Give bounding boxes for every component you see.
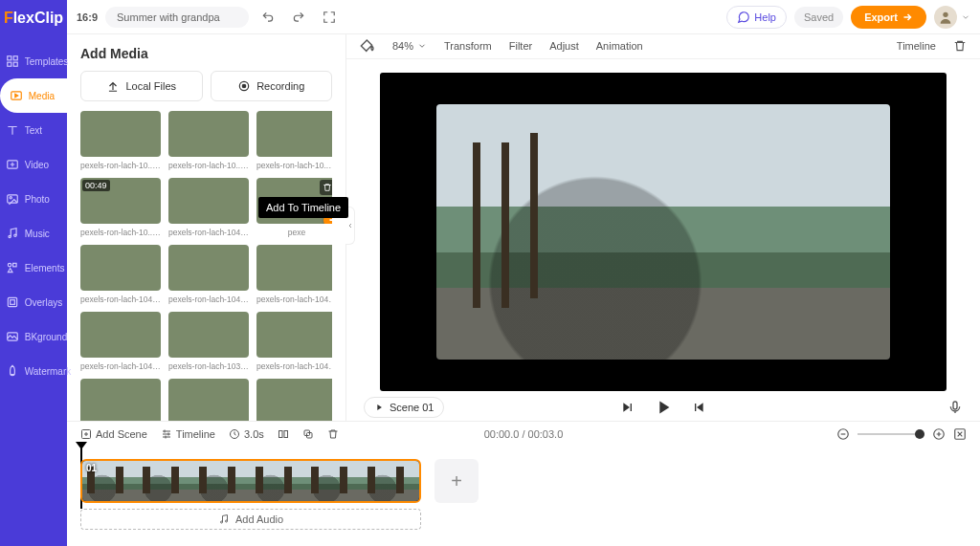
media-thumb-image	[256, 245, 332, 291]
sidebar-item-music[interactable]: Music	[0, 216, 71, 251]
sidebar-item-templates[interactable]: Templates	[0, 44, 71, 78]
prev-scene-button[interactable]	[620, 400, 635, 415]
media-thumb-image	[256, 111, 332, 157]
sidebar-item-overlays[interactable]: Overlays	[0, 285, 71, 319]
animation-tool[interactable]: Animation	[596, 40, 643, 52]
sidebar-item-watermark[interactable]: Watermark	[0, 354, 71, 388]
media-thumb[interactable]: pexels-ron-lach-104...7.jpg	[80, 312, 161, 371]
delete-media-button[interactable]	[320, 180, 332, 195]
sidebar-item-photo[interactable]: Photo	[0, 182, 71, 216]
zoom-out-button[interactable]	[836, 427, 850, 441]
media-thumb[interactable]: pexels-ron-lach-104...9.jpg	[168, 245, 249, 304]
play-button[interactable]	[653, 397, 674, 418]
brand-letter-f: F	[4, 10, 13, 26]
media-thumb[interactable]: pexels-ron-lach-10...8.mov	[168, 111, 249, 170]
help-label: Help	[754, 11, 776, 23]
svg-rect-18	[953, 402, 957, 409]
photo-icon	[6, 192, 19, 206]
media-thumb[interactable]: pexels-ron-lach-104...4.jpg	[256, 312, 332, 371]
templates-icon	[6, 55, 19, 68]
media-thumb[interactable]	[256, 379, 332, 421]
media-thumb[interactable]: pexels-ron-lach-103...7.jpg	[168, 312, 249, 371]
sidebar-item-bkground[interactable]: BKground	[0, 319, 71, 354]
clip-frame	[363, 461, 419, 501]
media-thumb-image: 00:49	[80, 178, 161, 224]
local-files-button[interactable]: Local Files	[80, 71, 203, 101]
media-thumb[interactable]: pexels-ron-lach-10...4.mov	[256, 111, 332, 170]
clip-frame	[251, 461, 307, 501]
fullscreen-icon[interactable]	[318, 6, 341, 29]
media-thumb[interactable]	[80, 379, 161, 421]
scene-selector[interactable]: Scene 01	[364, 397, 444, 418]
media-thumb[interactable]: pexels-ron-lach-104...0.jpg	[80, 245, 161, 304]
svg-point-15	[943, 11, 947, 16]
preview-image	[436, 104, 890, 359]
add-scene-tile[interactable]: +	[434, 459, 479, 503]
timeline-tool[interactable]: Timeline	[897, 40, 936, 52]
delete-clip-button[interactable]	[953, 39, 967, 53]
canvas-zoom[interactable]: 84%	[392, 40, 427, 52]
video-icon	[6, 158, 19, 171]
add-scene-button[interactable]: Add Scene	[80, 428, 147, 440]
project-title-input[interactable]	[105, 7, 249, 28]
brand-letter-right: Clip	[34, 10, 63, 26]
sidebar-item-label: BKground	[25, 332, 67, 342]
help-button[interactable]: Help	[726, 6, 787, 29]
sidebar-item-label: Elements	[25, 263, 65, 273]
media-thumb[interactable]: 00:49pexels-ron-lach-10...7.mov	[80, 178, 161, 237]
sidebar-item-text[interactable]: Text	[0, 113, 71, 147]
chat-icon	[737, 11, 750, 24]
media-thumb-label: pexels-ron-lach-104...4.jpg	[256, 361, 332, 371]
zoom-slider-thumb[interactable]	[915, 429, 924, 439]
preview-area: 84% Transform Filter Adjust Animation Ti…	[346, 34, 980, 421]
svg-point-9	[13, 234, 15, 236]
svg-point-7	[10, 197, 11, 199]
clock-icon	[229, 428, 240, 440]
preview-canvas[interactable]	[380, 73, 947, 391]
voiceover-button[interactable]	[947, 400, 963, 415]
next-scene-button[interactable]	[691, 400, 706, 415]
sidebar-item-video[interactable]: Video	[0, 147, 71, 182]
media-grid: pexels-ron-lach-10...3.movpexels-ron-lac…	[80, 111, 332, 421]
plus-circle-icon	[932, 427, 946, 441]
music-icon	[6, 227, 19, 240]
svg-point-10	[8, 263, 11, 267]
sidebar-item-label: Templates	[25, 56, 69, 67]
arrow-right-icon	[902, 11, 913, 23]
undo-icon[interactable]	[256, 6, 279, 29]
zoom-in-button[interactable]	[932, 427, 946, 441]
aspect-ratio[interactable]: 16:9	[77, 11, 98, 23]
svg-point-28	[220, 521, 222, 523]
copy-icon	[302, 428, 314, 440]
media-thumb[interactable]: pexels-ron-lach-10...3.mov	[80, 111, 161, 170]
media-thumb-label: pexels-ron-lach-10...7.mov	[80, 228, 161, 237]
recording-button[interactable]: Recording	[211, 71, 333, 101]
duration-button[interactable]: 3.0s	[229, 428, 264, 440]
export-button[interactable]: Export	[851, 6, 926, 29]
media-thumb[interactable]: pexels-ron-lach-104...5.jpg	[256, 245, 332, 304]
sidebar-item-elements[interactable]: Elements	[0, 251, 71, 285]
media-thumb[interactable]: pexels-ron-lach-104...2.jpg	[168, 178, 249, 237]
media-icon	[10, 89, 23, 102]
account-menu[interactable]	[934, 6, 970, 29]
timeline-mode-button[interactable]: Timeline	[161, 428, 215, 440]
media-panel: Add Media Local Files Recording pexels-r…	[67, 34, 346, 421]
transform-tool[interactable]: Transform	[444, 40, 492, 52]
sidebar-item-media[interactable]: Media	[0, 78, 71, 113]
media-thumb[interactable]	[168, 379, 249, 421]
svg-point-8	[9, 235, 11, 237]
zoom-fit-button[interactable]	[953, 427, 967, 441]
delete-scene-button[interactable]	[327, 428, 339, 440]
add-audio-button[interactable]: Add Audio	[80, 509, 421, 530]
copy-button[interactable]	[302, 428, 314, 440]
clip-strip[interactable]: 01	[80, 459, 421, 503]
media-thumb-label: pexels-ron-lach-104...9.jpg	[168, 295, 249, 304]
text-icon	[6, 123, 19, 137]
timecode: 00:00.0 / 00:03.0	[484, 428, 564, 440]
paint-bucket-icon[interactable]	[360, 38, 375, 54]
adjust-tool[interactable]: Adjust	[549, 40, 579, 52]
redo-icon[interactable]	[287, 6, 310, 29]
zoom-slider[interactable]	[858, 433, 924, 435]
filter-tool[interactable]: Filter	[509, 40, 532, 52]
split-button[interactable]	[278, 428, 289, 440]
